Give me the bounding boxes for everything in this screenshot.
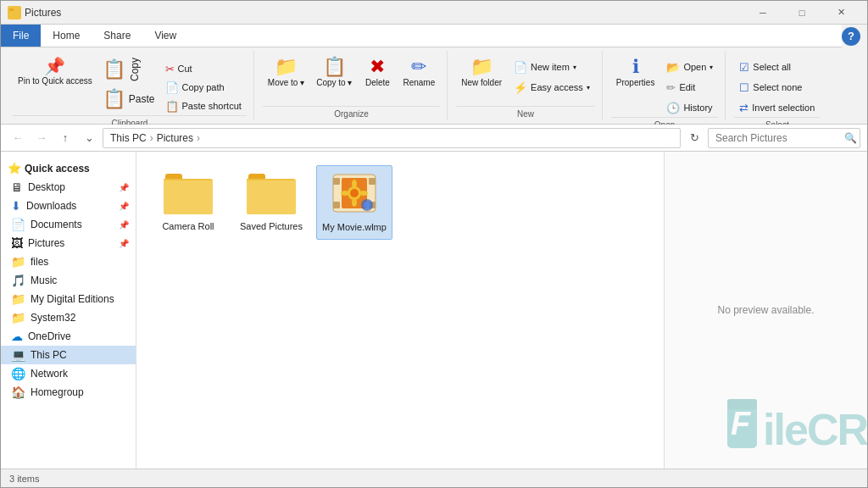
- new-item-button[interactable]: 📄 New item ▾: [509, 58, 595, 76]
- sidebar-item-downloads[interactable]: ⬇ Downloads 📌: [1, 197, 136, 215]
- history-icon: 🕒: [666, 102, 680, 114]
- pictures-pin: 📌: [119, 239, 129, 248]
- my-movie-icon: [329, 173, 380, 217]
- edit-label: Edit: [679, 82, 695, 92]
- sidebar-item-music[interactable]: 🎵 Music: [1, 271, 136, 290]
- ribbon-tabs-row: File Home Share View ?: [1, 25, 867, 47]
- back-button[interactable]: ←: [8, 128, 28, 148]
- my-movie-label: My Movie.wlmp: [322, 222, 387, 232]
- select-none-icon: ☐: [739, 81, 749, 94]
- search-icon[interactable]: 🔍: [844, 132, 857, 144]
- delete-button[interactable]: ✖ Delete: [359, 54, 396, 91]
- history-label: History: [683, 103, 712, 113]
- sidebar-item-this-pc[interactable]: 💻 This PC: [1, 346, 136, 364]
- select-all-button[interactable]: ☑ Select all: [734, 58, 820, 76]
- properties-icon: ℹ: [632, 58, 639, 76]
- help-button[interactable]: ?: [842, 27, 860, 46]
- cut-label: Cut: [178, 64, 192, 74]
- list-item[interactable]: My Movie.wlmp: [316, 165, 392, 240]
- close-button[interactable]: ✕: [821, 1, 860, 25]
- select-none-button[interactable]: ☐ Select none: [734, 78, 820, 97]
- sidebar-quick-access-header[interactable]: ⭐ Quick access: [1, 158, 136, 178]
- easy-access-label: Easy access: [531, 82, 583, 92]
- svg-rect-5: [369, 178, 376, 185]
- pictures-icon: 🖼: [11, 236, 23, 250]
- sidebar-item-homegroup[interactable]: 🏠 Homegroup: [1, 383, 136, 402]
- sidebar-item-system32[interactable]: 📁 System32: [1, 308, 136, 327]
- sidebar-item-desktop[interactable]: 🖥 Desktop 📌: [1, 178, 136, 197]
- open-content: ℹ Properties 📂 Open ▾ ✏ Edit 🕒: [611, 51, 719, 117]
- ribbon-tabs: File Home Share View: [1, 25, 842, 47]
- sidebar-item-pictures[interactable]: 🖼 Pictures 📌: [1, 234, 136, 252]
- tab-file[interactable]: File: [1, 25, 41, 47]
- svg-rect-4: [333, 178, 340, 185]
- up-button[interactable]: ↑: [55, 128, 75, 148]
- open-label: Open: [683, 62, 706, 72]
- music-label: Music: [31, 274, 129, 286]
- documents-label: Documents: [31, 219, 114, 230]
- sidebar-item-network[interactable]: 🌐 Network: [1, 364, 136, 383]
- pictures-label: Pictures: [28, 237, 114, 249]
- new-folder-button[interactable]: 📁 New folder: [456, 54, 507, 91]
- paste-shortcut-button[interactable]: 📋 Paste shortcut: [160, 97, 247, 115]
- select-all-icon: ☑: [739, 61, 749, 74]
- desktop-pin: 📌: [119, 183, 129, 192]
- path-separator-2: ›: [197, 132, 200, 144]
- new-item-arrow: ▾: [573, 64, 576, 71]
- saved-pictures-label: Saved Pictures: [240, 221, 303, 231]
- easy-access-button[interactable]: ⚡ Easy access ▾: [509, 78, 595, 97]
- maximize-button[interactable]: □: [782, 1, 821, 25]
- svg-point-11: [352, 180, 357, 188]
- camera-roll-label: Camera Roll: [162, 221, 214, 231]
- copy-button-large[interactable]: 📋 Copy: [99, 54, 159, 85]
- organize-content: 📁 Move to ▾ 📋 Copy to ▾ ✖ Delete ✏: [263, 51, 440, 106]
- sidebar-item-onedrive[interactable]: ☁ OneDrive: [1, 327, 136, 346]
- svg-rect-6: [333, 202, 340, 208]
- copy-path-icon: 📄: [165, 81, 179, 94]
- move-to-button[interactable]: 📁 Move to ▾: [263, 54, 309, 91]
- delete-label: Delete: [365, 78, 390, 87]
- sidebar: ⭐ Quick access 🖥 Desktop 📌 ⬇ Downloads 📌…: [1, 152, 136, 469]
- pin-to-quick-access-button[interactable]: 📌 Pin to Quick access: [13, 54, 97, 90]
- minimize-button[interactable]: ─: [743, 1, 782, 25]
- refresh-button[interactable]: ↻: [684, 128, 704, 148]
- clipboard-content: 📌 Pin to Quick access 📋 Copy 📋 Paste: [13, 51, 247, 115]
- move-to-label: Move to ▾: [268, 78, 304, 87]
- saved-pictures-icon: [246, 172, 297, 216]
- paste-shortcut-icon: 📋: [165, 100, 179, 113]
- ribbon-help-area: ?: [842, 27, 867, 46]
- forward-button[interactable]: →: [31, 128, 52, 148]
- open-arrow: ▾: [709, 64, 713, 71]
- file-area-wrapper: Camera Roll Saved Pictures: [136, 152, 867, 469]
- files-label: files: [31, 256, 129, 268]
- copy-path-button[interactable]: 📄 Copy path: [160, 78, 247, 97]
- downloads-icon: ⬇: [11, 199, 21, 213]
- properties-button[interactable]: ℹ Properties: [611, 54, 660, 91]
- rename-button[interactable]: ✏ Rename: [398, 54, 440, 91]
- select-content: ☑ Select all ☐ Select none ⇄ Invert sele…: [734, 51, 820, 117]
- ribbon-body: 📌 Pin to Quick access 📋 Copy 📋 Paste: [1, 47, 867, 124]
- tab-view[interactable]: View: [142, 25, 188, 47]
- tab-home[interactable]: Home: [41, 25, 92, 47]
- address-path[interactable]: This PC › Pictures ›: [103, 128, 681, 148]
- tab-share[interactable]: Share: [92, 25, 142, 47]
- history-button[interactable]: 🕒 History: [661, 98, 718, 117]
- paste-button[interactable]: 📋 Paste: [99, 86, 159, 112]
- sidebar-item-files[interactable]: 📁 files: [1, 252, 136, 271]
- sidebar-item-my-digital[interactable]: 📁 My Digital Editions: [1, 290, 136, 308]
- invert-selection-button[interactable]: ⇄ Invert selection: [734, 98, 820, 117]
- recent-locations-button[interactable]: ⌄: [79, 128, 99, 148]
- paste-shortcut-label: Paste shortcut: [182, 101, 242, 111]
- desktop-label: Desktop: [28, 181, 114, 193]
- search-input[interactable]: [708, 128, 860, 148]
- list-item[interactable]: Camera Roll: [150, 165, 226, 240]
- sidebar-item-documents[interactable]: 📄 Documents 📌: [1, 215, 136, 234]
- edit-button[interactable]: ✏ Edit: [661, 78, 718, 97]
- open-button[interactable]: 📂 Open ▾: [661, 58, 718, 76]
- this-pc-icon: 💻: [11, 348, 25, 362]
- documents-icon: 📄: [11, 218, 25, 231]
- cut-button[interactable]: ✂ Cut: [160, 59, 247, 78]
- list-item[interactable]: Saved Pictures: [233, 165, 309, 240]
- copy-to-button[interactable]: 📋 Copy to ▾: [311, 54, 357, 91]
- window-controls: ─ □ ✕: [743, 1, 860, 25]
